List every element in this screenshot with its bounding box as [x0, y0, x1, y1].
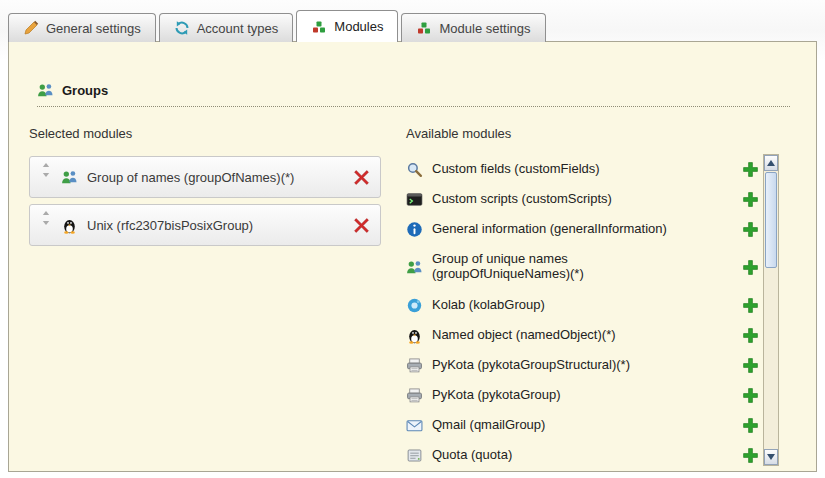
triangle-down-icon: [767, 454, 775, 460]
printer-icon: [406, 387, 423, 404]
add-module-icon[interactable]: [742, 221, 759, 238]
available-module-row: PyKota (pykotaGroup): [406, 380, 759, 410]
available-module-label: Custom fields (customFields): [432, 162, 600, 177]
add-module-icon[interactable]: [742, 447, 759, 464]
tab-label: General settings: [46, 21, 141, 36]
available-module-label: Group of unique names (groupOfUniqueName…: [432, 252, 607, 282]
available-module-label: Custom scripts (customScripts): [432, 192, 612, 207]
available-module-row: Qmail (qmailGroup): [406, 410, 759, 440]
available-module-row: Custom scripts (customScripts): [406, 184, 759, 214]
modules-icon: [311, 19, 327, 35]
available-module-label: General information (generalInformation): [432, 222, 667, 237]
selected-module-label: Group of names (groupOfNames)(*): [87, 170, 344, 185]
add-module-icon[interactable]: [742, 191, 759, 208]
remove-module-icon[interactable]: [353, 169, 370, 186]
available-module-row: Group of unique names (groupOfUniqueName…: [406, 244, 759, 290]
printer-icon: [406, 357, 423, 374]
tab-general-settings[interactable]: General settings: [8, 13, 156, 42]
tab-account-types[interactable]: Account types: [159, 13, 294, 42]
available-modules-heading: Available modules: [406, 126, 511, 141]
available-modules-list: Custom fields (customFields) Custom scri…: [406, 154, 759, 470]
modules-panel: Groups Selected modules Available module…: [8, 41, 817, 472]
tools-icon: [23, 20, 39, 36]
tux-icon: [61, 217, 78, 234]
modules-icon: [416, 20, 432, 36]
section-header-groups: Groups: [37, 82, 790, 107]
selected-module-row[interactable]: Unix (rfc2307bisPosixGroup): [29, 204, 381, 246]
add-module-icon[interactable]: [742, 161, 759, 178]
group-icon: [37, 82, 54, 99]
selected-modules-list: Group of names (groupOfNames)(*) Unix (r…: [29, 156, 381, 252]
kolab-icon: [406, 297, 423, 314]
add-module-icon[interactable]: [742, 327, 759, 344]
available-module-label: Quota (quota): [432, 448, 512, 463]
available-module-row: PyKota (pykotaGroupStructural)(*): [406, 350, 759, 380]
add-module-icon[interactable]: [742, 387, 759, 404]
scroll-up-button[interactable]: [764, 155, 778, 171]
add-module-icon[interactable]: [742, 297, 759, 314]
available-module-row: General information (generalInformation): [406, 214, 759, 244]
selected-module-label: Unix (rfc2307bisPosixGroup): [87, 218, 344, 233]
available-module-label: PyKota (pykotaGroup): [432, 388, 561, 403]
group-icon: [406, 259, 423, 276]
scrollbar-thumb[interactable]: [765, 172, 777, 268]
available-module-label: Named object (namedObject)(*): [432, 328, 616, 343]
tab-label: Account types: [197, 21, 279, 36]
add-module-icon[interactable]: [742, 259, 759, 276]
tab-module-settings[interactable]: Module settings: [401, 13, 545, 42]
available-module-row: Custom fields (customFields): [406, 154, 759, 184]
drag-handle-icon[interactable]: [40, 163, 52, 177]
remove-module-icon[interactable]: [353, 217, 370, 234]
config-tabs: General settings Account types Modules M…: [8, 10, 546, 42]
tux-icon: [406, 327, 423, 344]
mail-icon: [406, 417, 423, 434]
terminal-icon: [406, 191, 423, 208]
available-module-label: Qmail (qmailGroup): [432, 418, 545, 433]
available-module-row: Quota (quota): [406, 440, 759, 470]
scroll-down-button[interactable]: [764, 449, 778, 465]
add-module-icon[interactable]: [742, 357, 759, 374]
selected-modules-heading: Selected modules: [29, 126, 132, 141]
selected-module-row[interactable]: Group of names (groupOfNames)(*): [29, 156, 381, 198]
group-icon: [61, 169, 78, 186]
add-module-icon[interactable]: [742, 417, 759, 434]
tab-modules[interactable]: Modules: [296, 10, 398, 42]
sync-gear-icon: [174, 20, 190, 36]
available-module-label: Kolab (kolabGroup): [432, 298, 545, 313]
available-modules-scrollbar[interactable]: [763, 154, 779, 466]
available-module-label: PyKota (pykotaGroupStructural)(*): [432, 358, 630, 373]
tab-label: Module settings: [439, 21, 530, 36]
drag-handle-icon[interactable]: [40, 211, 52, 225]
available-module-row: Named object (namedObject)(*): [406, 320, 759, 350]
triangle-up-icon: [767, 160, 775, 166]
tab-label: Modules: [334, 19, 383, 34]
info-icon: [406, 221, 423, 238]
available-module-row: Kolab (kolabGroup): [406, 290, 759, 320]
lam-config-page: General settings Account types Modules M…: [0, 0, 825, 478]
quota-icon: [406, 447, 423, 464]
page-title: Groups: [62, 83, 108, 98]
magnifier-icon: [406, 161, 423, 178]
